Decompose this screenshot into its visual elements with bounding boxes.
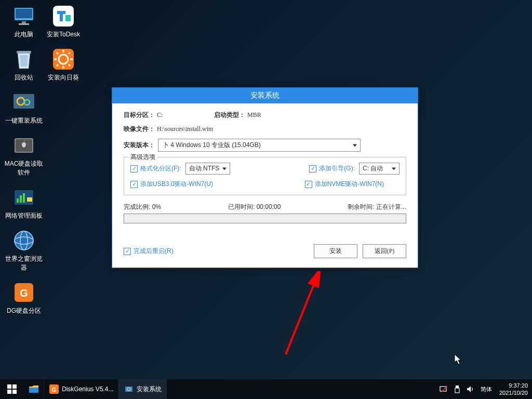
icon-label: 安装ToDesk [47, 30, 80, 39]
usb3-driver-checkbox[interactable]: ✓ 添加USB3.0驱动-WIN7(U) [130, 180, 213, 189]
image-file-value: H:\sources\install.wim [157, 125, 213, 133]
advanced-legend: 高级选项 [128, 153, 157, 162]
svg-line-30 [69, 64, 70, 66]
svg-rect-34 [7, 384, 11, 389]
desktop-icon-todesk[interactable]: 安装ToDesk [44, 4, 83, 39]
tray-ime[interactable]: 简体 [477, 385, 495, 393]
boot-type-value: MBR [247, 111, 261, 119]
globe-icon [12, 229, 36, 252]
svg-rect-12 [20, 195, 22, 203]
icon-label: 回收站 [15, 73, 33, 82]
diskgenius-icon: G [49, 384, 59, 394]
desktop-icon-this-pc[interactable]: 此电脑 [4, 4, 44, 39]
install-version-label: 安装版本： [124, 141, 155, 150]
reboot-after-checkbox[interactable]: ✓ 完成后重启(R) [124, 247, 174, 256]
progress-elapsed-label: 已用时间: 00:00:00 [228, 203, 281, 211]
image-file-label: 映像文件： [124, 125, 155, 134]
desktop-column-2: 安装ToDesk 安装向日葵 [44, 4, 83, 90]
svg-text:G: G [20, 287, 28, 299]
svg-rect-11 [17, 198, 19, 203]
desktop-icon-browser[interactable]: 世界之窗浏览器 [4, 229, 44, 272]
svg-rect-45 [456, 385, 459, 388]
desktop-icon-mac-disk[interactable]: MAC硬盘读取软件 [4, 134, 44, 177]
start-button[interactable] [0, 379, 24, 399]
icon-label: 此电脑 [15, 30, 33, 39]
apple-disk-icon [12, 134, 36, 157]
progress-complete-label: 完成比例: 0% [124, 203, 161, 211]
clock-date: 2021/10/20 [499, 389, 528, 396]
tray-network-icon[interactable] [437, 379, 450, 399]
svg-rect-2 [22, 21, 26, 23]
svg-rect-22 [65, 15, 71, 21]
windows-icon [7, 384, 17, 394]
svg-rect-46 [455, 388, 459, 393]
install-version-select[interactable]: 卜 4 Windows 10 专业版 (15.04GB) [158, 139, 361, 152]
taskbar-item-install-system[interactable]: 安装系统 [118, 379, 167, 399]
desktop-icon-diskgenius[interactable]: G DG硬盘分区 [4, 281, 44, 315]
network-panel-icon [12, 185, 36, 209]
nvme-driver-checkbox[interactable]: ✓ 添加NVME驱动-WIN7(N) [305, 180, 384, 189]
folder-icon [29, 384, 39, 394]
icon-label: 网络管理面板 [5, 211, 43, 220]
svg-rect-3 [19, 23, 29, 25]
boot-drive-select[interactable]: C: 自动 [359, 163, 400, 175]
add-boot-checkbox[interactable]: ✓ 添加引导(G): [309, 164, 355, 173]
taskbar-item-diskgenius[interactable]: G DiskGenius V5.4... [44, 379, 118, 399]
svg-rect-13 [23, 193, 25, 203]
boot-type-label: 启动类型： [214, 111, 245, 119]
svg-rect-37 [12, 390, 17, 394]
taskbar-item-label: DiskGenius V5.4... [62, 385, 113, 393]
clock-time: 9:37:20 [499, 382, 528, 389]
tray-usb-icon[interactable] [450, 379, 464, 399]
icon-label: 安装向日葵 [48, 73, 79, 82]
svg-rect-1 [16, 9, 32, 18]
svg-rect-36 [7, 390, 11, 394]
taskbar-item-label: 安装系统 [137, 385, 162, 394]
svg-rect-38 [29, 388, 38, 393]
tray-volume-icon[interactable] [464, 379, 477, 399]
todesk-icon [51, 4, 75, 28]
svg-line-31 [69, 52, 70, 54]
format-partition-checkbox[interactable]: ✓ 格式化分区(F): [130, 164, 181, 173]
target-partition-label: 目标分区： [124, 111, 155, 119]
desktop-icon-recycle-bin[interactable]: 回收站 [4, 47, 44, 82]
check-icon: ✓ [124, 248, 131, 255]
svg-text:G: G [52, 387, 57, 393]
system-tray: 简体 9:37:20 2021/10/20 [437, 379, 532, 399]
icon-label: MAC硬盘读取软件 [4, 159, 44, 177]
taskbar: G DiskGenius V5.4... 安装系统 简体 9:37:20 202… [0, 379, 532, 399]
cursor-icon [454, 354, 462, 365]
sunlogin-icon [51, 47, 75, 71]
back-button[interactable]: 返回(P) [363, 244, 406, 258]
svg-line-33 [286, 274, 318, 354]
install-system-dialog: 安装系统 目标分区： C: 启动类型： MBR 映像文件： H:\sources… [112, 87, 418, 268]
svg-rect-4 [17, 51, 31, 54]
icon-label: 一键重装系统 [5, 116, 43, 125]
check-icon: ✓ [130, 165, 138, 172]
desktop-icon-sunlogin[interactable]: 安装向日葵 [44, 47, 83, 82]
format-type-select[interactable]: 自动 NTFS [185, 163, 231, 175]
taskbar-explorer[interactable] [24, 379, 44, 399]
gears-icon [12, 90, 36, 114]
diskgenius-icon: G [12, 281, 36, 304]
svg-line-32 [57, 64, 58, 66]
tray-clock[interactable]: 9:37:20 2021/10/20 [495, 382, 532, 396]
progress-bar [124, 214, 406, 223]
icon-label: DG硬盘分区 [7, 307, 41, 315]
desktop-icon-network-panel[interactable]: 网络管理面板 [4, 185, 44, 220]
progress-section: 完成比例: 0% 已用时间: 00:00:00 剩余时间: 正在计算... [124, 203, 406, 223]
check-icon: ✓ [305, 181, 312, 188]
check-icon: ✓ [130, 181, 138, 188]
annotation-arrow-icon [281, 271, 332, 360]
desktop-column-1: 此电脑 回收站 一键重装系统 MAC硬盘读取软件 网络管理面板 世界之窗浏览器 … [4, 4, 44, 324]
target-partition-value: C: [157, 111, 214, 119]
desktop-icon-reinstall[interactable]: 一键重装系统 [4, 90, 44, 125]
svg-rect-35 [12, 384, 17, 389]
svg-rect-14 [27, 197, 32, 202]
icon-label: 世界之窗浏览器 [4, 255, 44, 272]
installer-icon [124, 384, 134, 394]
recycle-bin-icon [12, 47, 36, 71]
dialog-title: 安装系统 [112, 88, 418, 103]
install-button[interactable]: 安装 [314, 244, 357, 258]
progress-remaining-label: 剩余时间: 正在计算... [348, 203, 406, 211]
